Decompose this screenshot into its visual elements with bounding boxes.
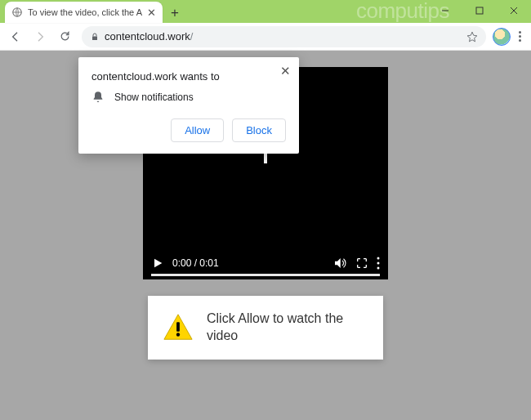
block-button[interactable]: Block	[232, 118, 286, 142]
instruction-card: Click Allow to watch the video	[148, 296, 383, 360]
svg-rect-9	[176, 322, 180, 331]
instruction-text: Click Allow to watch the video	[207, 311, 368, 345]
svg-rect-2	[476, 7, 483, 14]
bookmark-star-icon[interactable]	[466, 31, 478, 42]
back-button[interactable]	[5, 26, 26, 47]
permission-row: Show notifications	[91, 91, 286, 104]
permission-label: Show notifications	[114, 92, 194, 103]
video-progress-bar[interactable]	[151, 274, 380, 276]
warning-icon	[163, 312, 194, 343]
browser-tab[interactable]: To view the video, click the Allow ✕	[5, 2, 163, 23]
profile-avatar[interactable]	[493, 28, 511, 46]
svg-point-7	[377, 262, 380, 265]
svg-point-6	[377, 257, 380, 260]
reload-button[interactable]	[54, 26, 75, 47]
play-icon[interactable]	[151, 257, 164, 270]
svg-point-10	[176, 333, 180, 336]
allow-button[interactable]: Allow	[171, 118, 224, 142]
tab-close-icon[interactable]: ✕	[147, 7, 156, 18]
maximize-button[interactable]	[462, 0, 497, 21]
fullscreen-icon[interactable]	[355, 257, 368, 270]
window-controls	[428, 0, 531, 21]
video-time: 0:00 / 0:01	[172, 257, 219, 269]
minimize-button[interactable]	[428, 0, 462, 21]
forward-button[interactable]	[29, 26, 51, 47]
svg-point-8	[377, 267, 380, 270]
globe-icon	[11, 7, 23, 18]
page-content: 0:00 / 0:01 Click Allow to watch the vid…	[0, 51, 531, 420]
popup-title: contentcloud.work wants to	[91, 70, 286, 83]
video-menu-icon[interactable]	[377, 257, 380, 270]
browser-toolbar: contentcloud.work/	[0, 23, 531, 51]
notification-permission-popup: ✕ contentcloud.work wants to Show notifi…	[78, 57, 299, 154]
lock-icon	[90, 32, 100, 42]
svg-rect-5	[92, 36, 97, 40]
browser-menu-button[interactable]	[514, 28, 526, 45]
popup-close-icon[interactable]: ✕	[280, 64, 291, 78]
volume-icon[interactable]	[332, 256, 347, 270]
new-tab-button[interactable]: +	[171, 6, 179, 23]
address-bar[interactable]: contentcloud.work/	[82, 26, 486, 47]
tab-title: To view the video, click the Allow	[28, 7, 142, 17]
close-button[interactable]	[497, 0, 531, 21]
popup-actions: Allow Block	[91, 118, 286, 142]
browser-window: computips To view the video, click the A…	[0, 0, 531, 51]
bell-icon	[91, 91, 105, 104]
url-text: contentcloud.work/	[105, 30, 462, 42]
titlebar: computips To view the video, click the A…	[0, 0, 531, 23]
